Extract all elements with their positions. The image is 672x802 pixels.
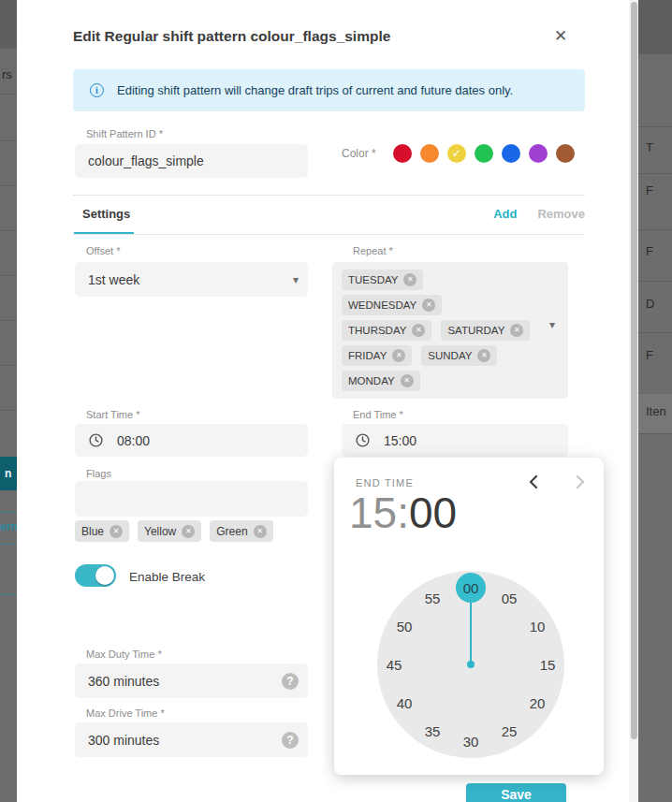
right-panel-header-band [638, 0, 672, 53]
enable-break-label: Enable Break [129, 570, 205, 584]
repeat-day-chip-wednesday[interactable]: WEDNESDAY✕ [342, 295, 442, 315]
enable-break-toggle[interactable] [75, 564, 116, 587]
shift-pattern-id-label: Shift Pattern ID * [86, 128, 163, 139]
minute-option-45[interactable]: 45 [387, 657, 402, 673]
flag-chip-yellow[interactable]: Yellow✕ [138, 520, 201, 542]
help-icon[interactable]: ? [282, 732, 299, 749]
chevron-right-icon[interactable] [570, 473, 589, 491]
max-drive-time-value: 300 minutes [88, 733, 159, 748]
flag-chips: Blue✕Yellow✕Green✕ [75, 520, 273, 542]
remove-chip-icon[interactable]: ✕ [182, 525, 195, 538]
remove-chip-icon[interactable]: ✕ [403, 273, 416, 286]
shift-pattern-id-input[interactable]: colour_flags_simple [75, 144, 308, 178]
start-time-label: Start Time * [86, 409, 139, 420]
repeat-day-chip-thursday[interactable]: THURSDAY✕ [342, 320, 431, 341]
minute-option-35[interactable]: 35 [425, 723, 441, 739]
minute-option-25[interactable]: 25 [502, 723, 518, 739]
color-swatch-yellow[interactable]: ✓ [447, 144, 466, 163]
left-rail-teal-link: ern [0, 520, 17, 533]
background-row-label: F [646, 244, 653, 258]
minute-option-55[interactable]: 55 [425, 590, 441, 605]
remove-chip-icon[interactable]: ✕ [422, 299, 435, 312]
chip-label: Yellow [144, 525, 176, 538]
remove-chip-icon[interactable]: ✕ [510, 324, 523, 337]
left-rail-teal-button: n [0, 457, 17, 490]
repeat-chip-row: THURSDAY✕SATURDAY✕ [342, 320, 559, 341]
remove-chip-icon[interactable]: ✕ [110, 525, 123, 538]
offset-select[interactable]: 1st week ▾ [75, 262, 308, 297]
flags-input[interactable] [75, 481, 308, 517]
color-swatch-green[interactable] [475, 144, 493, 163]
chip-label: SUNDAY [428, 350, 472, 361]
tab-bar-border [73, 234, 585, 235]
color-swatch-red[interactable] [393, 144, 412, 163]
minute-option-50[interactable]: 50 [397, 619, 413, 634]
max-duty-time-label: Max Duty Time * [86, 649, 162, 660]
color-swatch-blue[interactable] [502, 144, 520, 163]
background-right-panel: TFFDFIten [638, 0, 672, 802]
clock-icon [355, 432, 371, 448]
minute-option-20[interactable]: 20 [530, 695, 546, 711]
add-button[interactable]: Add [493, 207, 517, 221]
repeat-day-chip-tuesday[interactable]: TUESDAY✕ [342, 270, 423, 290]
background-left-rail: rs n ern [0, 0, 17, 802]
close-icon[interactable]: ✕ [548, 24, 573, 49]
chip-label: Green [216, 525, 247, 538]
offset-value: 1st week [88, 272, 139, 287]
repeat-day-chip-friday[interactable]: FRIDAY✕ [342, 345, 412, 366]
minute-option-40[interactable]: 40 [397, 695, 413, 711]
repeat-multiselect[interactable]: TUESDAY✕WEDNESDAY✕THURSDAY✕SATURDAY✕FRID… [332, 262, 568, 399]
chip-label: TUESDAY [348, 274, 398, 285]
end-time-input[interactable]: 15:00 [342, 424, 568, 457]
minute-clock-face[interactable]: 000510152025303540455055 [377, 571, 564, 758]
repeat-day-chip-saturday[interactable]: SATURDAY✕ [441, 320, 530, 341]
repeat-chip-row: FRIDAY✕SUNDAY✕ [342, 345, 559, 366]
check-icon: ✓ [447, 144, 466, 163]
time-display: 15:00 [349, 486, 457, 540]
chip-label: Blue [81, 525, 104, 538]
end-time-label: End Time * [353, 409, 403, 420]
minute-option-00[interactable]: 00 [463, 580, 479, 596]
scrollbar-thumb[interactable] [631, 2, 637, 739]
max-duty-time-input[interactable]: 360 minutes ? [75, 663, 308, 698]
help-icon[interactable]: ? [282, 673, 299, 690]
dialog-title: Edit Regular shift pattern colour_flags_… [73, 28, 390, 45]
chip-label: SATURDAY [447, 325, 504, 336]
repeat-chip-row: WEDNESDAY✕ [342, 295, 559, 315]
max-drive-time-label: Max Drive Time * [86, 707, 165, 719]
flag-chip-blue[interactable]: Blue✕ [75, 520, 129, 542]
color-swatch-brown[interactable] [556, 144, 575, 163]
clock-center-dot [467, 661, 475, 668]
minutes-display[interactable]: 00 [409, 488, 457, 537]
repeat-day-chip-sunday[interactable]: SUNDAY✕ [421, 345, 497, 366]
flag-chip-green[interactable]: Green✕ [210, 520, 272, 542]
modal-scrollbar [629, 0, 638, 802]
chevron-left-icon[interactable] [525, 473, 544, 491]
background-row-label: T [646, 140, 653, 154]
time-picker-popup: END TIME 15:00 000510152025303540455055 [334, 458, 604, 775]
color-swatch-orange[interactable] [420, 144, 439, 163]
chip-label: THURSDAY [348, 325, 406, 336]
section-divider [73, 195, 585, 196]
remove-chip-icon[interactable]: ✕ [254, 525, 267, 538]
remove-chip-icon[interactable]: ✕ [401, 374, 414, 387]
start-time-input[interactable]: 08:00 [75, 424, 308, 457]
save-button[interactable]: Save [466, 783, 566, 802]
minute-option-30[interactable]: 30 [463, 734, 479, 750]
remove-button[interactable]: Remove [537, 207, 585, 221]
time-colon: : [397, 488, 409, 537]
max-drive-time-input[interactable]: 300 minutes ? [75, 722, 308, 757]
edit-shift-pattern-dialog: Edit Regular shift pattern colour_flags_… [17, 0, 629, 802]
minute-option-05[interactable]: 05 [502, 590, 518, 605]
remove-chip-icon[interactable]: ✕ [477, 349, 490, 362]
repeat-day-chip-monday[interactable]: MONDAY✕ [342, 371, 420, 391]
hours-display[interactable]: 15 [349, 488, 397, 537]
remove-chip-icon[interactable]: ✕ [412, 324, 425, 337]
minute-option-15[interactable]: 15 [540, 657, 556, 673]
tab-settings[interactable]: Settings [82, 207, 130, 221]
remove-chip-icon[interactable]: ✕ [392, 349, 405, 362]
chevron-down-icon: ▾ [293, 273, 299, 286]
color-swatch-purple[interactable] [529, 144, 548, 163]
info-banner-text: Editing shift pattern will change draft … [117, 83, 513, 97]
minute-option-10[interactable]: 10 [530, 619, 546, 634]
